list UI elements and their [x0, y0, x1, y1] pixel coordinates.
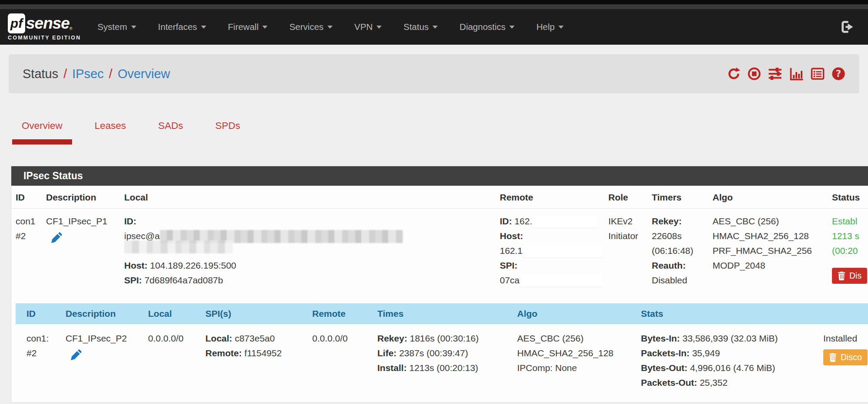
row-status: Establ 1213 s (00:20 Dis: [832, 214, 868, 288]
edit-pencil-icon[interactable]: [71, 349, 82, 365]
col-header-id: ID: [11, 192, 46, 203]
disconnect-button[interactable]: Dis: [832, 268, 867, 284]
p2-col-header-spacer: [823, 309, 868, 319]
stats-bytes-in-label: Bytes-In:: [641, 333, 680, 343]
times-rekey-value: 1816s (00:30:16): [410, 333, 479, 343]
log-icon[interactable]: [810, 67, 825, 81]
pfsense-logo-sense: sense: [26, 14, 69, 33]
p2-algo-line: AES_CBC (256): [517, 331, 637, 346]
svg-text:?: ?: [836, 68, 841, 79]
sign-out-icon[interactable]: [839, 20, 855, 34]
browser-strip: [0, 4, 868, 9]
stats-packets-in-label: Packets-In:: [641, 348, 690, 358]
p2-id-line1: con1:: [26, 331, 61, 346]
nav-item-interfaces[interactable]: Interfaces: [158, 22, 206, 32]
row-algo: AES_CBC (256) HMAC_SHA2_256_128 PRF_HMAC…: [713, 214, 832, 288]
edit-pencil-icon[interactable]: [51, 232, 62, 247]
algo-line: HMAC_SHA2_256_128: [713, 229, 828, 243]
tab-spds[interactable]: SPDs: [206, 114, 250, 145]
role-line2: Initiator: [608, 229, 647, 243]
p2-col-header-spis: SPI(s): [205, 309, 312, 319]
col-header-description: Description: [46, 192, 124, 203]
nav-item-system[interactable]: System: [97, 22, 136, 32]
spi-local-label: Local:: [205, 333, 232, 343]
timers-rekey-value: 22608s: [652, 229, 708, 243]
p2-disconnect-button[interactable]: Disco: [823, 349, 868, 365]
row-local: ID: ipsec@a Host: 104.189.226.195:500 SP…: [124, 214, 500, 288]
nav-item-help[interactable]: Help: [536, 22, 564, 32]
local-id-value: ipsec@a: [124, 231, 160, 241]
p2-table-header: ID Description Local SPI(s) Remote Times…: [16, 303, 868, 324]
nav-item-label: Interfaces: [158, 22, 197, 32]
tab-sads[interactable]: SADs: [149, 114, 193, 145]
pfsense-logo[interactable]: pf sense ® COMMUNITY EDITION: [8, 13, 81, 41]
row-id: con1 #2: [11, 214, 46, 288]
p2-col-header-id: ID: [16, 309, 66, 319]
redaction-block: [520, 275, 602, 287]
status-line: 1213 s: [832, 229, 868, 243]
redaction-block: [532, 216, 597, 228]
times-install-label: Install:: [377, 363, 407, 373]
spi-local-value: c873e5a0: [235, 333, 275, 343]
nav-item-vpn[interactable]: VPN: [354, 22, 382, 32]
p2-col-header-description: Description: [66, 309, 148, 319]
p2-row-remote: 0.0.0.0/0: [312, 331, 377, 390]
trash-icon: [829, 353, 837, 362]
p2-algo-line: IPComp: None: [517, 361, 637, 375]
row-description: CF1_IPsec_P1: [46, 214, 124, 288]
times-life-label: Life:: [377, 348, 396, 358]
top-navbar: pf sense ® COMMUNITY EDITION System Inte…: [0, 9, 868, 45]
p2-disconnect-button-label: Disco: [841, 352, 862, 362]
stats-bytes-out-value: 4,996,016 (4.76 MiB): [690, 363, 775, 373]
p2-col-header-remote: Remote: [312, 309, 377, 319]
breadcrumb-ipsec[interactable]: IPsec: [72, 67, 104, 81]
row-description-text: CF1_IPsec_P1: [46, 214, 120, 229]
nav-item-firewall[interactable]: Firewall: [228, 22, 268, 32]
p2-col-header-local: Local: [148, 309, 205, 319]
stats-bytes-out-label: Bytes-Out:: [641, 363, 687, 373]
stats-packets-in-value: 35,949: [692, 348, 720, 358]
stop-icon[interactable]: [747, 67, 761, 81]
p2-col-header-stats: Stats: [641, 309, 823, 319]
breadcrumb-overview[interactable]: Overview: [118, 67, 170, 81]
nav-item-label: Services: [289, 22, 323, 32]
chevron-down-icon: [131, 26, 136, 29]
help-icon[interactable]: ?: [832, 67, 845, 81]
ipsec-status-panel: IPsec Status ID Description Local Remote…: [11, 166, 868, 403]
nav-item-services[interactable]: Services: [289, 22, 333, 32]
nav-item-diagnostics[interactable]: Diagnostics: [459, 22, 515, 32]
status-line: (00:20: [832, 243, 868, 258]
sliders-icon[interactable]: [768, 67, 782, 81]
tab-overview[interactable]: Overview: [12, 114, 72, 145]
col-header-algo: Algo: [713, 192, 832, 203]
col-header-status: Status: [832, 192, 868, 203]
nav-item-status[interactable]: Status: [403, 22, 438, 32]
refresh-icon[interactable]: [727, 67, 741, 81]
remote-spi-value: 07ca: [500, 275, 520, 285]
algo-line: PRF_HMAC_SHA2_256: [713, 243, 828, 258]
tab-leases[interactable]: Leases: [85, 114, 136, 145]
local-spi-value: 7d689f64a7ad087b: [145, 275, 223, 285]
p2-description-text: CF1_IPsec_P2: [66, 331, 144, 346]
breadcrumb: Status / IPsec / Overview: [23, 67, 170, 81]
ipsec-table-header: ID Description Local Remote Role Timers …: [11, 186, 868, 209]
p2-row-spis: Local: c873e5a0 Remote: f1154952: [205, 331, 312, 390]
disconnect-button-label: Dis: [849, 271, 861, 281]
remote-host-label: Host:: [500, 231, 523, 241]
col-header-timers: Timers: [652, 192, 713, 203]
ipsec-tabs: Overview Leases SADs SPDs: [12, 114, 868, 145]
remote-id-label: ID:: [500, 216, 512, 226]
p2-row-local: 0.0.0.0/0: [148, 331, 205, 390]
local-id-label: ID:: [124, 216, 136, 226]
algo-line: MODP_2048: [713, 258, 828, 273]
algo-line: AES_CBC (256): [713, 214, 828, 229]
chevron-down-icon: [509, 26, 515, 29]
chevron-down-icon: [432, 26, 438, 29]
row-role: IKEv2 Initiator: [608, 214, 652, 288]
pfsense-logo-subtitle: COMMUNITY EDITION: [8, 35, 81, 41]
row-remote: ID: 162. Host: 162.1 SPI: 07ca: [500, 214, 608, 288]
bar-chart-icon[interactable]: [789, 67, 804, 81]
nav-item-label: Firewall: [228, 22, 259, 32]
panel-title: IPsec Status: [11, 166, 868, 186]
p2-id-line2: #2: [26, 346, 61, 361]
